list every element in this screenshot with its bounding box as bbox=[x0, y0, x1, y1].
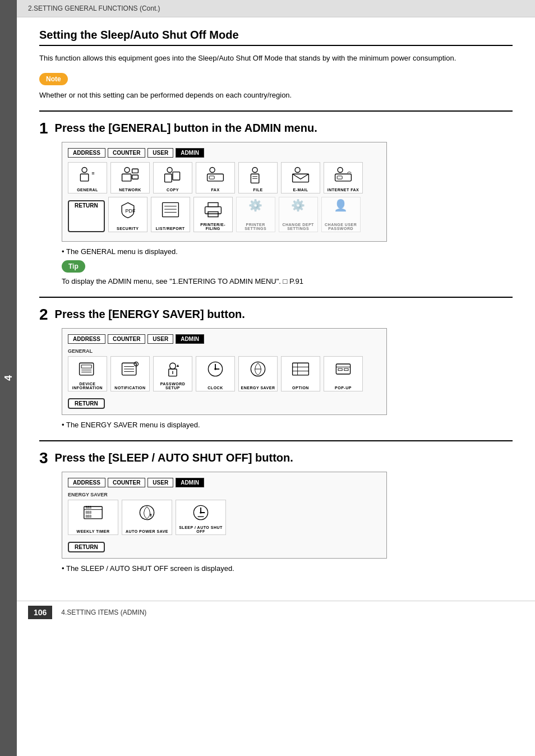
step-2-title: Press the [ENERGY SAVER] button. bbox=[55, 307, 245, 321]
step-2-number: 2 bbox=[39, 307, 48, 322]
icon-general[interactable]: ≡ GENERAL bbox=[68, 162, 107, 193]
icon-list-report[interactable]: LIST/REPORT bbox=[151, 197, 190, 232]
svg-rect-29 bbox=[208, 211, 218, 216]
side-tab: 4 bbox=[0, 0, 17, 756]
step-3-section-label: ENERGY SAVER bbox=[68, 492, 381, 497]
step3-divider bbox=[39, 440, 513, 441]
btn-counter-3[interactable]: COUNTER bbox=[108, 478, 145, 487]
svg-point-0 bbox=[82, 167, 87, 172]
svg-rect-56 bbox=[338, 368, 342, 371]
btn-user-3[interactable]: USER bbox=[147, 478, 173, 487]
footer-text: 4.SETTING ITEMS (ADMIN) bbox=[61, 609, 146, 616]
btn-user-1[interactable]: USER bbox=[147, 148, 173, 158]
icon-option[interactable]: OPTION bbox=[281, 356, 320, 391]
icon-change-user[interactable]: 👤 CHANGE USER PASSWORD bbox=[321, 197, 361, 232]
svg-point-13 bbox=[252, 167, 257, 172]
icon-file[interactable]: FILE bbox=[238, 162, 278, 193]
tip-label: Tip bbox=[68, 262, 79, 270]
sleep-auto-shut-label: SLEEP / AUTO SHUT OFF bbox=[177, 525, 224, 533]
energy-saver-label: ENERGY SAVER bbox=[241, 386, 275, 390]
svg-point-7 bbox=[167, 167, 172, 172]
step-2-header: 2 Press the [ENERGY SAVER] button. bbox=[39, 307, 513, 322]
svg-rect-23 bbox=[162, 202, 178, 216]
icon-popup[interactable]: POP-UP bbox=[324, 356, 363, 391]
device-info-icon bbox=[77, 359, 98, 381]
tip-badge: Tip bbox=[62, 260, 85, 273]
svg-text:▲: ▲ bbox=[176, 363, 179, 368]
icon-security[interactable]: PDF SECURITY bbox=[108, 197, 147, 232]
svg-point-10 bbox=[210, 167, 215, 172]
general-label: GENERAL bbox=[77, 188, 98, 192]
btn-counter-1[interactable]: COUNTER bbox=[108, 148, 145, 158]
section-title: Setting the Sleep/Auto Shut Off Mode bbox=[39, 29, 513, 42]
copy-label: COPY bbox=[167, 188, 179, 192]
svg-rect-4 bbox=[122, 174, 131, 181]
main-content: 2.SETTING GENERAL FUNCTIONS (Cont.) Sett… bbox=[17, 0, 535, 756]
step-1-top-bar: ADDRESS COUNTER USER ADMIN bbox=[68, 148, 381, 158]
btn-address-3[interactable]: ADDRESS bbox=[68, 478, 105, 487]
icon-device-info[interactable]: DEVICE INFORMATION bbox=[68, 356, 107, 391]
svg-point-47 bbox=[214, 368, 216, 370]
btn-address-1[interactable]: ADDRESS bbox=[68, 148, 105, 158]
return-btn-1[interactable]: RETURN bbox=[68, 200, 105, 232]
svg-rect-1 bbox=[80, 174, 88, 181]
step-3-bullet: The SLEEP / AUTO SHUT OFF screen is disp… bbox=[62, 564, 513, 573]
content-area: Setting the Sleep/Auto Shut Off Mode Thi… bbox=[17, 17, 535, 595]
icon-auto-power-save[interactable]: ⬆ AUTO POWER SAVE bbox=[122, 500, 172, 535]
change-user-icon: 👤 bbox=[334, 200, 348, 211]
step-2-bullet: The ENERGY SAVER menu is displayed. bbox=[62, 421, 513, 429]
icon-clock[interactable]: CLOCK bbox=[196, 356, 235, 391]
icon-sleep-auto-shut[interactable]: SLEEP / AUTO SHUT OFF bbox=[176, 500, 226, 535]
step-1-screen: ADDRESS COUNTER USER ADMIN ≡ bbox=[62, 142, 387, 242]
step-1: 1 Press the [GENERAL] button in the ADMI… bbox=[39, 121, 513, 285]
network-icon bbox=[120, 165, 140, 187]
copy-icon bbox=[163, 165, 183, 187]
icon-copy[interactable]: COPY bbox=[153, 162, 192, 193]
icon-change-dept[interactable]: ⚙️ CHANGE DEPT SETTINGS bbox=[279, 197, 318, 232]
icon-weekly-timer[interactable]: 888 888 888 WEEKLY TIMER bbox=[68, 500, 118, 535]
step-3-top-bar: ADDRESS COUNTER USER ADMIN bbox=[68, 478, 381, 487]
return-btn-3[interactable]: RETURN bbox=[68, 542, 105, 552]
icon-fax[interactable]: FAX bbox=[196, 162, 235, 193]
btn-admin-2[interactable]: ADMIN bbox=[176, 334, 204, 344]
icon-internet-fax[interactable]: INTERNET FAX bbox=[324, 162, 363, 193]
auto-power-save-label: AUTO POWER SAVE bbox=[126, 529, 168, 533]
icon-network[interactable]: NETWORK bbox=[110, 162, 150, 193]
svg-rect-27 bbox=[205, 206, 221, 214]
svg-rect-21 bbox=[337, 176, 342, 178]
btn-admin-1[interactable]: ADMIN bbox=[176, 148, 204, 158]
icon-printer-settings[interactable]: ⚙️ PRINTER SETTINGS bbox=[236, 197, 275, 232]
password-setup-label: PASSWORD SETUP bbox=[155, 382, 191, 390]
tip-text: To display the ADMIN menu, see "1.ENTERI… bbox=[62, 277, 513, 285]
clock-icon bbox=[205, 359, 225, 381]
step-1-icons-row1: ≡ GENERAL bbox=[68, 162, 381, 193]
step-1-title: Press the [GENERAL] button in the ADMIN … bbox=[55, 121, 317, 135]
page-number: 106 bbox=[28, 606, 52, 619]
svg-rect-31 bbox=[81, 365, 91, 367]
svg-rect-50 bbox=[293, 363, 309, 375]
btn-counter-2[interactable]: COUNTER bbox=[108, 334, 145, 344]
password-setup-icon: ▲ bbox=[163, 359, 183, 381]
auto-power-save-icon: ⬆ bbox=[137, 503, 157, 524]
svg-text:⬆: ⬆ bbox=[149, 513, 153, 518]
return-btn-2[interactable]: RETURN bbox=[68, 398, 105, 409]
notification-label: NOTIFICATION bbox=[114, 386, 145, 390]
btn-admin-3[interactable]: ADMIN bbox=[176, 478, 204, 487]
sleep-auto-shut-icon bbox=[191, 503, 211, 524]
btn-address-2[interactable]: ADDRESS bbox=[68, 334, 105, 344]
svg-point-17 bbox=[295, 167, 300, 172]
icon-printer-efiling[interactable]: PRINTER/E-FILING bbox=[193, 197, 233, 232]
icon-energy-saver[interactable]: ENERGY SAVER bbox=[238, 356, 278, 391]
svg-point-40 bbox=[170, 363, 176, 369]
icon-email[interactable]: E-MAIL bbox=[281, 162, 320, 193]
icon-password-setup[interactable]: ▲ PASSWORD SETUP bbox=[153, 356, 192, 391]
change-dept-label: CHANGE DEPT SETTINGS bbox=[280, 223, 316, 231]
file-icon bbox=[248, 165, 268, 187]
icon-notification[interactable]: NOTIFICATION bbox=[110, 356, 150, 391]
svg-point-19 bbox=[338, 167, 343, 172]
btn-user-2[interactable]: USER bbox=[147, 334, 173, 344]
step-2-top-bar: ADDRESS COUNTER USER ADMIN bbox=[68, 334, 381, 344]
note-label: Note bbox=[46, 75, 61, 83]
svg-text:≡: ≡ bbox=[91, 170, 94, 176]
popup-label: POP-UP bbox=[335, 386, 352, 390]
